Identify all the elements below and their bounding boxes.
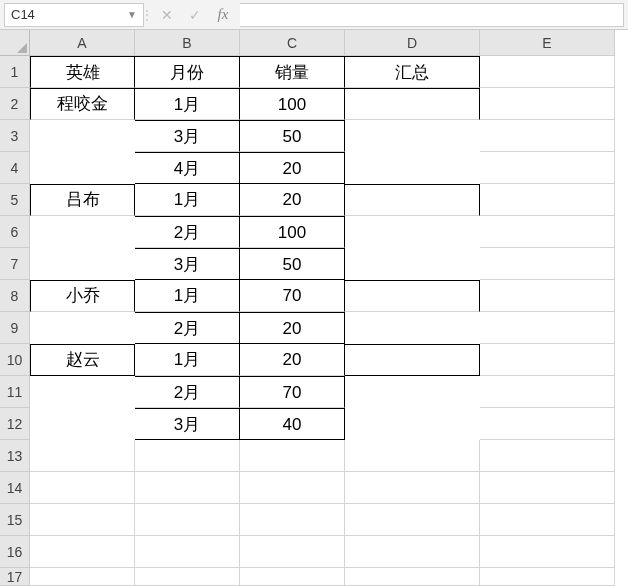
row-header[interactable]: 7 xyxy=(0,248,30,280)
cell-A1[interactable]: 英雄 xyxy=(30,56,135,88)
cell-C6[interactable]: 100 xyxy=(240,216,345,248)
cell-C4[interactable]: 20 xyxy=(240,152,345,184)
cell-B3[interactable]: 3月 xyxy=(135,120,240,152)
cell-D2-merged[interactable] xyxy=(345,88,480,120)
cell-B15[interactable] xyxy=(135,504,240,536)
cell-A15[interactable] xyxy=(30,504,135,536)
cell-B13[interactable] xyxy=(135,440,240,472)
cell-E4[interactable] xyxy=(480,152,615,184)
cell-C17[interactable] xyxy=(240,568,345,586)
select-all-corner[interactable] xyxy=(0,30,30,56)
cell-D15[interactable] xyxy=(345,504,480,536)
cell-E5[interactable] xyxy=(480,184,615,216)
cell-D16[interactable] xyxy=(345,536,480,568)
cancel-icon[interactable]: ✕ xyxy=(158,6,176,24)
cell-D17[interactable] xyxy=(345,568,480,586)
cell-A10-merged[interactable]: 赵云 xyxy=(30,344,135,376)
cell-C14[interactable] xyxy=(240,472,345,504)
row-header[interactable]: 16 xyxy=(0,536,30,568)
cell-C16[interactable] xyxy=(240,536,345,568)
cell-B6[interactable]: 2月 xyxy=(135,216,240,248)
row-header[interactable]: 4 xyxy=(0,152,30,184)
cell-E6[interactable] xyxy=(480,216,615,248)
row-header[interactable]: 1 xyxy=(0,56,30,88)
cell-E17[interactable] xyxy=(480,568,615,586)
cell-C11[interactable]: 70 xyxy=(240,376,345,408)
row-header[interactable]: 10 xyxy=(0,344,30,376)
cell-E1[interactable] xyxy=(480,56,615,88)
cell-D14[interactable] xyxy=(345,472,480,504)
row-header[interactable]: 9 xyxy=(0,312,30,344)
cell-E10[interactable] xyxy=(480,344,615,376)
chevron-down-icon[interactable]: ▼ xyxy=(127,9,137,20)
cell-C12[interactable]: 40 xyxy=(240,408,345,440)
col-header-E[interactable]: E xyxy=(480,30,615,56)
col-header-A[interactable]: A xyxy=(30,30,135,56)
cell-D10-merged[interactable] xyxy=(345,344,480,376)
name-box[interactable]: C14 ▼ xyxy=(4,3,144,27)
cell-A16[interactable] xyxy=(30,536,135,568)
cell-C7[interactable]: 50 xyxy=(240,248,345,280)
row-header[interactable]: 14 xyxy=(0,472,30,504)
cell-E13[interactable] xyxy=(480,440,615,472)
cell-E15[interactable] xyxy=(480,504,615,536)
cell-E9[interactable] xyxy=(480,312,615,344)
cell-A13[interactable] xyxy=(30,440,135,472)
cell-E14[interactable] xyxy=(480,472,615,504)
row-header[interactable]: 6 xyxy=(0,216,30,248)
row-header[interactable]: 17 xyxy=(0,568,30,586)
row-header[interactable]: 12 xyxy=(0,408,30,440)
cell-B8[interactable]: 1月 xyxy=(135,280,240,312)
cell-B10[interactable]: 1月 xyxy=(135,344,240,376)
cell-E3[interactable] xyxy=(480,120,615,152)
row-header[interactable]: 8 xyxy=(0,280,30,312)
cell-A14[interactable] xyxy=(30,472,135,504)
formula-input[interactable] xyxy=(240,3,624,27)
cell-B17[interactable] xyxy=(135,568,240,586)
cell-C2[interactable]: 100 xyxy=(240,88,345,120)
fx-icon[interactable]: fx xyxy=(214,6,232,24)
cell-B7[interactable]: 3月 xyxy=(135,248,240,280)
cell-B14[interactable] xyxy=(135,472,240,504)
cell-A8-merged[interactable]: 小乔 xyxy=(30,280,135,312)
cell-C13[interactable] xyxy=(240,440,345,472)
col-header-B[interactable]: B xyxy=(135,30,240,56)
cell-C15[interactable] xyxy=(240,504,345,536)
row-header[interactable]: 15 xyxy=(0,504,30,536)
confirm-icon[interactable]: ✓ xyxy=(186,6,204,24)
row-header[interactable]: 2 xyxy=(0,88,30,120)
cell-E8[interactable] xyxy=(480,280,615,312)
cell-B12[interactable]: 3月 xyxy=(135,408,240,440)
cell-E11[interactable] xyxy=(480,376,615,408)
cell-E7[interactable] xyxy=(480,248,615,280)
row-header[interactable]: 5 xyxy=(0,184,30,216)
cell-C10[interactable]: 20 xyxy=(240,344,345,376)
cell-C1[interactable]: 销量 xyxy=(240,56,345,88)
cell-C9[interactable]: 20 xyxy=(240,312,345,344)
cell-C8[interactable]: 70 xyxy=(240,280,345,312)
cell-D13[interactable] xyxy=(345,440,480,472)
cell-D5-merged[interactable] xyxy=(345,184,480,216)
cell-D1[interactable]: 汇总 xyxy=(345,56,480,88)
col-header-D[interactable]: D xyxy=(345,30,480,56)
cell-B5[interactable]: 1月 xyxy=(135,184,240,216)
cell-E2[interactable] xyxy=(480,88,615,120)
cell-B16[interactable] xyxy=(135,536,240,568)
cell-B9[interactable]: 2月 xyxy=(135,312,240,344)
row-header[interactable]: 13 xyxy=(0,440,30,472)
cell-D8-merged[interactable] xyxy=(345,280,480,312)
cell-B4[interactable]: 4月 xyxy=(135,152,240,184)
cell-B2[interactable]: 1月 xyxy=(135,88,240,120)
cell-E12[interactable] xyxy=(480,408,615,440)
row-header[interactable]: 11 xyxy=(0,376,30,408)
cell-E16[interactable] xyxy=(480,536,615,568)
cell-A5-merged[interactable]: 吕布 xyxy=(30,184,135,216)
cell-C5[interactable]: 20 xyxy=(240,184,345,216)
col-header-C[interactable]: C xyxy=(240,30,345,56)
cell-B11[interactable]: 2月 xyxy=(135,376,240,408)
cell-A2-merged[interactable]: 程咬金 xyxy=(30,88,135,120)
spreadsheet-grid[interactable]: A B C D E 1 英雄 月份 销量 汇总 2 程咬金 1月 100 3 3… xyxy=(0,30,628,586)
cell-B1[interactable]: 月份 xyxy=(135,56,240,88)
row-header[interactable]: 3 xyxy=(0,120,30,152)
cell-A17[interactable] xyxy=(30,568,135,586)
